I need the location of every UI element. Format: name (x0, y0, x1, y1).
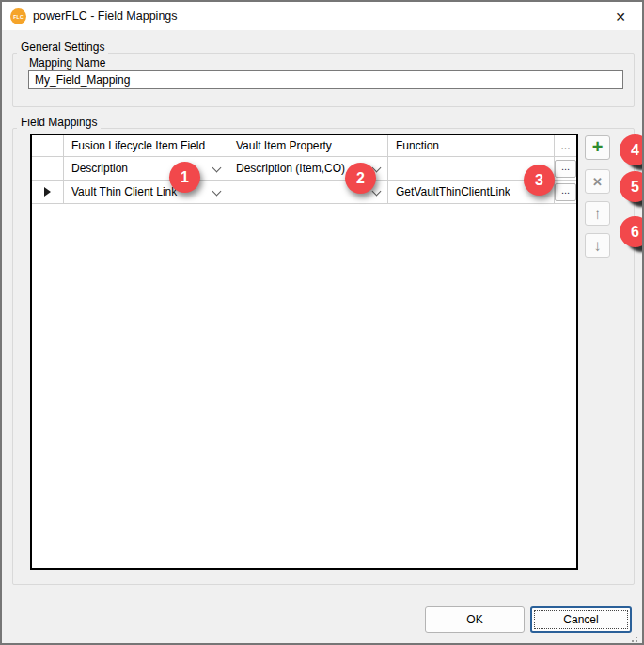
column-header-fusion-lifecycle-item-field[interactable]: Fusion Lifecycle Item Field (64, 135, 228, 157)
focus-rectangle (534, 610, 628, 629)
ok-button[interactable]: OK (425, 606, 525, 633)
fusion-field-combobox[interactable]: Vault Thin Client Link (64, 181, 228, 204)
column-header-ellipsis[interactable]: ... (555, 135, 576, 157)
row-selector-cell[interactable] (32, 181, 64, 204)
field-mappings-grid: Fusion Lifecycle Item Field Vault Item P… (30, 134, 578, 570)
arrow-down-icon: ↓ (593, 238, 602, 254)
resize-grip[interactable] (636, 637, 637, 638)
callout-badge-1: 1 (169, 162, 200, 193)
callout-badge-4: 4 (620, 134, 644, 165)
mapping-name-input[interactable] (28, 70, 623, 89)
chevron-down-icon (212, 164, 222, 173)
callout-badge-5: 5 (620, 171, 644, 202)
function-browse-cell: ... (555, 181, 576, 204)
grid-corner-header[interactable] (32, 135, 64, 157)
field-mappings-legend: Field Mappings (17, 116, 101, 129)
callout-badge-3: 3 (524, 165, 555, 196)
mapping-name-label: Mapping Name (29, 56, 105, 70)
dialog-title: powerFLC - Field Mappings (33, 9, 178, 23)
plus-icon: + (592, 137, 604, 156)
function-value: GetVaultThinClientLink (396, 185, 510, 198)
chevron-down-icon (212, 187, 222, 197)
callout-badge-6: 6 (620, 216, 644, 247)
move-down-button[interactable]: ↓ (585, 233, 610, 258)
move-up-button[interactable]: ↑ (585, 201, 610, 226)
current-row-indicator-icon (44, 187, 51, 197)
function-browse-button[interactable]: ... (555, 160, 576, 178)
combobox-value: Vault Thin Client Link (71, 185, 177, 198)
cancel-button[interactable]: Cancel (530, 606, 632, 633)
general-settings-legend: General Settings (17, 40, 108, 54)
chevron-down-icon (372, 187, 382, 197)
fusion-field-combobox[interactable]: Description (64, 157, 228, 181)
combobox-value: Description (Item,CO) (236, 162, 345, 175)
delete-row-button[interactable]: ✕ (585, 169, 610, 194)
callout-badge-2: 2 (345, 163, 376, 194)
function-browse-button[interactable]: ... (555, 183, 576, 201)
column-header-vault-item-property[interactable]: Vault Item Property (228, 135, 388, 157)
table-row: Description Description (Item,CO) ... (32, 157, 576, 181)
dialog-window: FLC powerFLC - Field Mappings ✕ General … (0, 0, 644, 645)
close-icon[interactable]: ✕ (611, 8, 630, 26)
grid-header-row: Fusion Lifecycle Item Field Vault Item P… (32, 135, 576, 157)
row-selector-cell[interactable] (32, 157, 64, 181)
combobox-value: Description (71, 162, 128, 175)
column-header-function[interactable]: Function (388, 135, 555, 157)
arrow-up-icon: ↑ (593, 206, 602, 222)
powerflc-app-icon: FLC (10, 8, 26, 24)
delete-x-icon: ✕ (592, 176, 603, 188)
function-browse-cell: ... (555, 157, 576, 181)
add-row-button[interactable]: + (585, 135, 610, 160)
title-bar: FLC powerFLC - Field Mappings ✕ (2, 2, 642, 30)
table-row: Vault Thin Client Link GetVaultThinClien… (32, 181, 576, 204)
